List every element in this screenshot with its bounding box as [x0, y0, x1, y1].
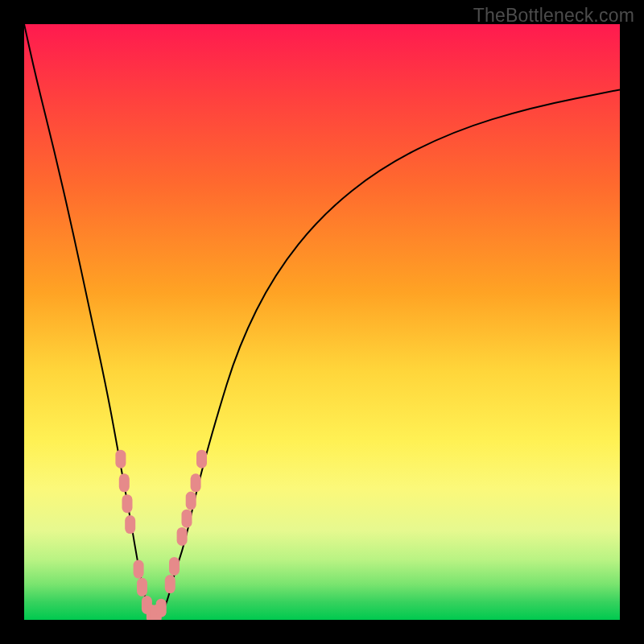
- curve-marker: [196, 450, 207, 469]
- chart-frame: TheBottleneck.com: [0, 0, 644, 644]
- curve-marker: [165, 575, 175, 593]
- curve-marker: [182, 510, 192, 528]
- curve-marker: [177, 527, 188, 546]
- curve-markers: [115, 450, 207, 620]
- curve-marker: [125, 515, 135, 534]
- curve-marker: [115, 450, 126, 469]
- curve-marker: [169, 557, 180, 576]
- curve-marker: [186, 492, 196, 510]
- chart-plot-area: [24, 24, 620, 620]
- curve-path: [24, 24, 620, 618]
- curve-marker: [122, 494, 133, 513]
- curve-marker: [119, 473, 130, 492]
- curve-marker: [191, 473, 201, 492]
- curve-marker: [137, 578, 147, 597]
- curve-marker: [156, 599, 167, 617]
- watermark-text: TheBottleneck.com: [473, 5, 634, 27]
- bottleneck-curve: [24, 24, 620, 618]
- curve-marker: [134, 560, 144, 579]
- chart-svg: [24, 24, 620, 620]
